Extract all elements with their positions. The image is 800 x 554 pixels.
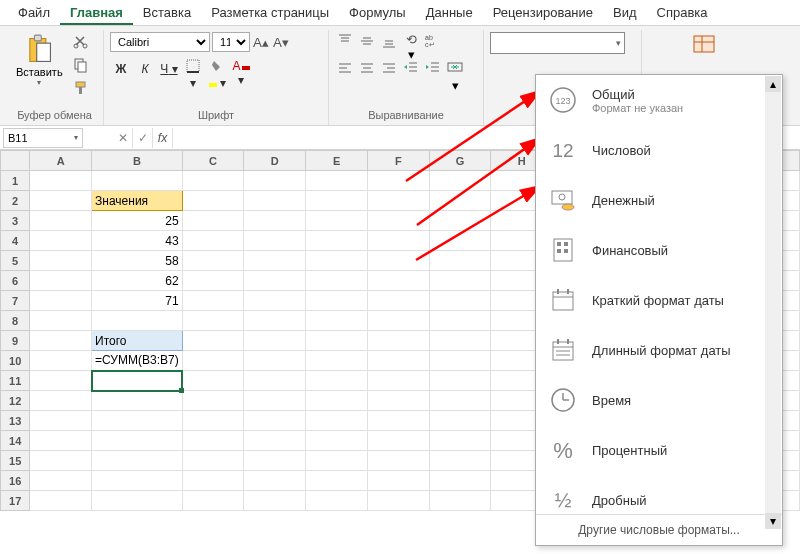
format-item-currency[interactable]: Денежный (536, 175, 782, 225)
cell-E13[interactable] (306, 411, 368, 431)
cell-E6[interactable] (306, 271, 368, 291)
format-item-accounting[interactable]: Финансовый (536, 225, 782, 275)
decrease-font-button[interactable]: A▾ (272, 32, 290, 52)
cell-A14[interactable] (30, 431, 92, 451)
increase-indent-button[interactable] (423, 59, 443, 79)
align-left-button[interactable] (335, 59, 355, 79)
cell-F11[interactable] (367, 371, 429, 391)
cell-F2[interactable] (367, 191, 429, 211)
cell-G4[interactable] (429, 231, 491, 251)
align-middle-button[interactable] (357, 32, 377, 52)
tab-layout[interactable]: Разметка страницы (201, 0, 339, 25)
cell-F17[interactable] (367, 491, 429, 511)
select-all-corner[interactable] (1, 151, 30, 171)
cell-A2[interactable] (30, 191, 92, 211)
cell-A6[interactable] (30, 271, 92, 291)
row-header[interactable]: 2 (1, 191, 30, 211)
conditional-format-button[interactable] (692, 32, 716, 70)
cell-D15[interactable] (244, 451, 306, 471)
cell-E2[interactable] (306, 191, 368, 211)
cell-G11[interactable] (429, 371, 491, 391)
row-header[interactable]: 13 (1, 411, 30, 431)
cell-E17[interactable] (306, 491, 368, 511)
align-bottom-button[interactable] (379, 32, 399, 52)
cell-B5[interactable]: 58 (92, 251, 183, 271)
cell-B17[interactable] (92, 491, 183, 511)
cell-F7[interactable] (367, 291, 429, 311)
cell-G17[interactable] (429, 491, 491, 511)
column-header[interactable]: B (92, 151, 183, 171)
cell-G5[interactable] (429, 251, 491, 271)
cancel-formula-button[interactable]: ✕ (113, 128, 133, 148)
orientation-button[interactable]: ⟲ ▾ (401, 32, 421, 52)
cell-D9[interactable] (244, 331, 306, 351)
row-header[interactable]: 10 (1, 351, 30, 371)
cell-A5[interactable] (30, 251, 92, 271)
format-item-longdate[interactable]: Длинный формат даты (536, 325, 782, 375)
cell-C2[interactable] (182, 191, 244, 211)
cell-B3[interactable]: 25 (92, 211, 183, 231)
tab-formulas[interactable]: Формулы (339, 0, 416, 25)
row-header[interactable]: 5 (1, 251, 30, 271)
row-header[interactable]: 8 (1, 311, 30, 331)
cell-A3[interactable] (30, 211, 92, 231)
cell-A8[interactable] (30, 311, 92, 331)
align-right-button[interactable] (379, 59, 399, 79)
cell-D13[interactable] (244, 411, 306, 431)
cell-B14[interactable] (92, 431, 183, 451)
align-center-button[interactable] (357, 59, 377, 79)
row-header[interactable]: 12 (1, 391, 30, 411)
cell-F14[interactable] (367, 431, 429, 451)
font-name-select[interactable]: Calibri (110, 32, 210, 52)
cell-C4[interactable] (182, 231, 244, 251)
cell-F6[interactable] (367, 271, 429, 291)
increase-font-button[interactable]: A▴ (252, 32, 270, 52)
cell-G12[interactable] (429, 391, 491, 411)
cell-F15[interactable] (367, 451, 429, 471)
cell-D17[interactable] (244, 491, 306, 511)
cell-F13[interactable] (367, 411, 429, 431)
cell-E15[interactable] (306, 451, 368, 471)
cell-A9[interactable] (30, 331, 92, 351)
cell-G10[interactable] (429, 351, 491, 371)
tab-help[interactable]: Справка (647, 0, 718, 25)
cell-D10[interactable] (244, 351, 306, 371)
fill-color-button[interactable]: ▾ (206, 59, 228, 79)
format-item-general[interactable]: 123 ОбщийФормат не указан (536, 75, 782, 125)
cut-button[interactable] (71, 32, 91, 52)
row-header[interactable]: 11 (1, 371, 30, 391)
cell-C14[interactable] (182, 431, 244, 451)
cell-C8[interactable] (182, 311, 244, 331)
cell-C9[interactable] (182, 331, 244, 351)
cell-A11[interactable] (30, 371, 92, 391)
cell-C7[interactable] (182, 291, 244, 311)
cell-E9[interactable] (306, 331, 368, 351)
tab-data[interactable]: Данные (416, 0, 483, 25)
cell-G3[interactable] (429, 211, 491, 231)
cell-E5[interactable] (306, 251, 368, 271)
cell-F4[interactable] (367, 231, 429, 251)
cell-F9[interactable] (367, 331, 429, 351)
row-header[interactable]: 1 (1, 171, 30, 191)
cell-G13[interactable] (429, 411, 491, 431)
format-item-time[interactable]: Время (536, 375, 782, 425)
cell-D6[interactable] (244, 271, 306, 291)
cell-D5[interactable] (244, 251, 306, 271)
cell-C13[interactable] (182, 411, 244, 431)
underline-button[interactable]: Ч ▾ (158, 59, 180, 79)
column-header[interactable]: C (182, 151, 244, 171)
font-color-button[interactable]: A ▾ (230, 59, 252, 79)
cell-E1[interactable] (306, 171, 368, 191)
row-header[interactable]: 4 (1, 231, 30, 251)
column-header[interactable]: G (429, 151, 491, 171)
row-header[interactable]: 3 (1, 211, 30, 231)
cell-G9[interactable] (429, 331, 491, 351)
cell-G6[interactable] (429, 271, 491, 291)
cell-A13[interactable] (30, 411, 92, 431)
cell-D1[interactable] (244, 171, 306, 191)
cell-A7[interactable] (30, 291, 92, 311)
accept-formula-button[interactable]: ✓ (133, 128, 153, 148)
cell-G14[interactable] (429, 431, 491, 451)
cell-E8[interactable] (306, 311, 368, 331)
cell-D14[interactable] (244, 431, 306, 451)
